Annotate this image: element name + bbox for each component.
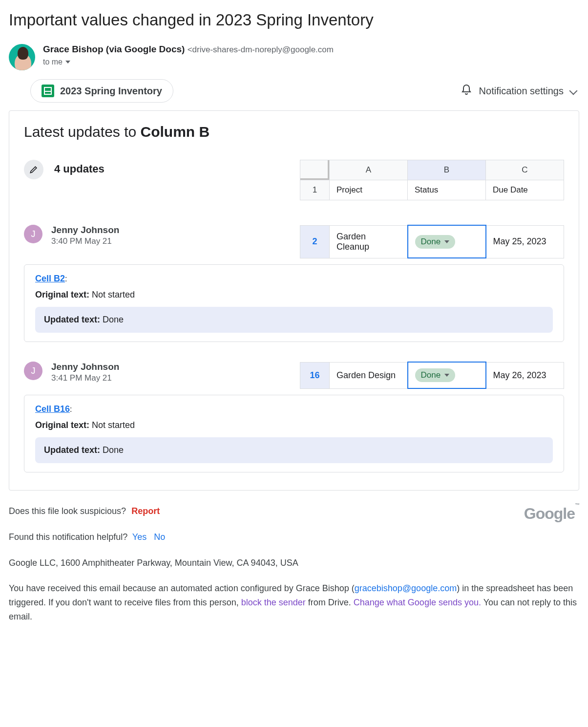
original-value: Not started <box>92 420 135 430</box>
document-chip[interactable]: 2023 Spring Inventory <box>30 79 173 103</box>
address-line: Google LLC, 1600 Amphitheater Parkway, M… <box>9 556 579 570</box>
suspicious-row: Does this file look suspicious? Report <box>9 504 514 518</box>
cell-link[interactable]: Cell B16 <box>35 404 70 414</box>
google-logo: Google™ <box>524 501 579 526</box>
to-line[interactable]: to me <box>43 58 334 66</box>
card-title-prefix: Latest updates to <box>24 124 141 140</box>
helpful-question: Found this notification helpful? <box>9 532 127 542</box>
header-cell-c: Due Date <box>486 180 564 200</box>
col-header-b: B <box>408 160 486 180</box>
edit-icon <box>24 160 43 179</box>
sender-avatar <box>9 44 35 70</box>
card-title-bold: Column B <box>141 124 210 140</box>
notification-settings-label: Notification settings <box>479 86 564 97</box>
helpful-row: Found this notification helpful? Yes No <box>9 530 514 544</box>
cell-b: Done <box>408 362 486 388</box>
col-header-a: A <box>330 160 408 180</box>
header-cell-b: Status <box>408 180 486 200</box>
email-header: Grace Bishop (via Google Docs) <drive-sh… <box>9 44 579 70</box>
reason-text-1: You have received this email because an … <box>9 583 355 593</box>
updated-value: Done <box>103 445 124 455</box>
row-header-1: 1 <box>300 180 330 200</box>
sender-email-link[interactable]: gracebishop@google.com <box>355 583 457 593</box>
original-value: Not started <box>92 290 135 299</box>
email-subject: Important values changed in 2023 Spring … <box>9 11 579 29</box>
reason-text-3: from Drive. <box>306 598 354 607</box>
block-sender-link[interactable]: block the sender <box>241 598 306 607</box>
cell-link[interactable]: Cell B2 <box>35 274 65 283</box>
sender-email: <drive-shares-dm-noreply@google.com <box>188 45 334 54</box>
cell-a: Garden Design <box>330 362 408 388</box>
colon: : <box>70 405 72 413</box>
original-label: Original text: <box>35 290 92 299</box>
header-cell-a: Project <box>330 180 408 200</box>
document-chip-label: 2023 Spring Inventory <box>60 86 162 97</box>
email-footer: Does this file look suspicious? Report F… <box>9 504 579 624</box>
status-pill: Done <box>415 368 456 382</box>
update-item: J Jenny Johnson 3:41 PM May 21 16 Garden… <box>24 362 564 389</box>
reason-paragraph: You have received this email because an … <box>9 581 579 623</box>
change-detail-box: Cell B16: Original text: Not started Upd… <box>24 395 564 472</box>
chevron-down-icon <box>569 87 578 95</box>
updated-value: Done <box>103 315 124 324</box>
yes-link[interactable]: Yes <box>132 532 147 542</box>
editor-avatar: J <box>24 225 42 243</box>
original-text-line: Original text: Not started <box>35 420 553 430</box>
row-preview-table: 2 Garden Cleanup Done May 25, 2023 <box>300 225 564 258</box>
google-text: Google <box>524 505 575 522</box>
editor-name: Jenny Johnson <box>51 362 119 372</box>
updated-label: Updated text: <box>44 445 103 455</box>
colon: : <box>65 275 67 283</box>
update-item: J Jenny Johnson 3:40 PM May 21 2 Garden … <box>24 225 564 258</box>
original-label: Original text: <box>35 420 92 430</box>
to-label: to me <box>43 58 63 66</box>
status-pill-label: Done <box>421 370 441 380</box>
dropdown-icon <box>444 374 449 377</box>
cell-a: Garden Cleanup <box>330 225 408 258</box>
updates-card: Latest updates to Column B 4 updates A B… <box>9 110 579 491</box>
row-number: 16 <box>300 362 330 388</box>
tm-text: ™ <box>575 502 579 508</box>
card-title: Latest updates to Column B <box>24 124 564 140</box>
editor-avatar: J <box>24 362 42 380</box>
notification-settings-button[interactable]: Notification settings <box>461 84 579 98</box>
cell-c: May 26, 2023 <box>486 362 564 388</box>
chevron-down-icon <box>65 61 70 64</box>
cell-c: May 25, 2023 <box>486 225 564 258</box>
editor-name: Jenny Johnson <box>51 225 119 235</box>
cell-b: Done <box>408 225 486 258</box>
change-prefs-link[interactable]: Change what Google sends you. <box>354 598 481 607</box>
col-header-c: C <box>486 160 564 180</box>
header-preview-table: A B C 1 Project Status Due Date <box>300 160 564 200</box>
sheets-icon <box>42 85 54 97</box>
original-text-line: Original text: Not started <box>35 290 553 300</box>
row-number: 2 <box>300 225 330 258</box>
dropdown-icon <box>444 240 449 243</box>
status-pill-label: Done <box>421 237 441 247</box>
change-detail-box: Cell B2: Original text: Not started Upda… <box>24 264 564 342</box>
updated-text-banner: Updated text: Done <box>35 437 553 463</box>
sender-name: Grace Bishop (via Google Docs) <box>43 44 185 54</box>
no-link[interactable]: No <box>154 532 165 542</box>
status-pill: Done <box>415 235 456 249</box>
row-preview-table: 16 Garden Design Done May 26, 2023 <box>300 362 564 389</box>
suspicious-question: Does this file look suspicious? <box>9 506 126 516</box>
updated-label: Updated text: <box>44 315 103 324</box>
report-link[interactable]: Report <box>131 506 160 516</box>
editor-timestamp: 3:41 PM May 21 <box>51 373 119 383</box>
corner-cell <box>300 160 330 180</box>
updates-count: 4 updates <box>54 163 105 175</box>
sender-line: Grace Bishop (via Google Docs) <drive-sh… <box>43 44 334 55</box>
bell-icon <box>461 84 472 98</box>
updated-text-banner: Updated text: Done <box>35 307 553 333</box>
editor-timestamp: 3:40 PM May 21 <box>51 236 119 246</box>
